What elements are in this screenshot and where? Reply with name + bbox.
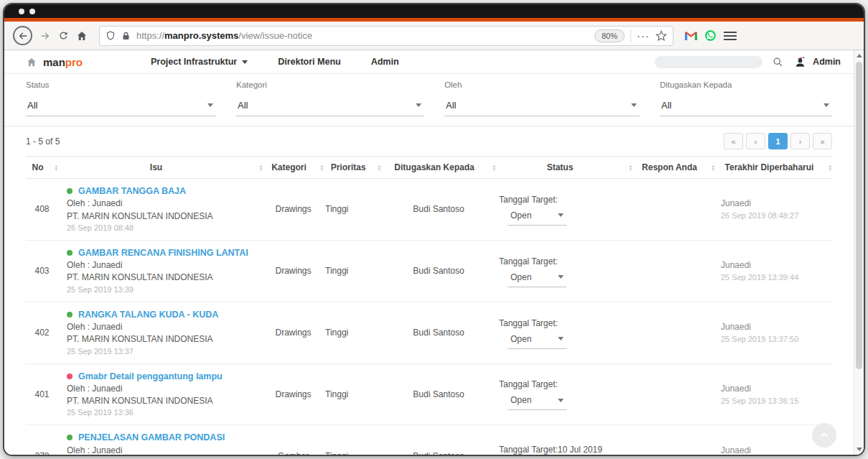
pagination-page-1-button[interactable]: 1 bbox=[768, 133, 788, 149]
status-dropdown-value: Open bbox=[510, 209, 531, 222]
filter-ditugaskan-value: All bbox=[661, 100, 671, 111]
priority-dot-icon bbox=[67, 250, 73, 256]
updated-at: 26 Sep 2019 08:48:27 bbox=[721, 210, 832, 222]
filter-oleh: Oleh All bbox=[444, 80, 640, 116]
issue-cell: GAMBAR TANGGA BAJA Oleh : Junaedi PT. MA… bbox=[58, 185, 263, 234]
bookmark-star-icon[interactable] bbox=[655, 30, 667, 42]
col-header-kategori[interactable]: Kategori▴▾ bbox=[263, 162, 324, 172]
url-bar[interactable]: https://manpro.systems/view/issue-notice… bbox=[99, 26, 673, 46]
titlebar-dot[interactable] bbox=[29, 9, 35, 14]
issue-cell: Gmabr Detail penggantung lampu Oleh : Ju… bbox=[58, 370, 263, 419]
filter-status-select[interactable]: All bbox=[26, 100, 216, 116]
sort-icon[interactable]: ▴▾ bbox=[829, 164, 831, 171]
issue-title-link[interactable]: PENJELASAN GAMBAR PONDASI bbox=[78, 431, 225, 444]
updated-at: 25 Sep 2019 13:39:44 bbox=[721, 272, 832, 284]
status-dropdown[interactable]: Open bbox=[508, 208, 566, 226]
whatsapp-extension-button[interactable] bbox=[704, 29, 717, 42]
user-menu[interactable]: Admin bbox=[793, 55, 841, 68]
prioritas-cell: Tinggi bbox=[324, 389, 381, 399]
col-header-ditugaskan[interactable]: Ditugaskan Kepada▴▾ bbox=[381, 162, 496, 172]
scrollbar-down-arrow-icon[interactable] bbox=[857, 448, 862, 451]
col-header-respon[interactable]: Respon Anda▴▾ bbox=[633, 162, 715, 172]
updated-at: 25 Sep 2019 13:36:15 bbox=[721, 395, 832, 407]
home-button[interactable] bbox=[76, 30, 88, 42]
issue-created-date: 25 Sep 2019 13:37 bbox=[67, 346, 263, 358]
col-header-prioritas[interactable]: Prioritas▴▾ bbox=[324, 162, 381, 172]
filter-ditugaskan-select[interactable]: All bbox=[660, 100, 832, 116]
zoom-level-badge[interactable]: 80% bbox=[594, 29, 625, 42]
nav-admin[interactable]: Admin bbox=[371, 57, 399, 67]
nav-direktori-menu[interactable]: Direktori Menu bbox=[278, 57, 341, 67]
search-icon[interactable] bbox=[773, 57, 783, 68]
issue-title-link[interactable]: Gmabr Detail penggantung lampu bbox=[78, 370, 223, 383]
issue-company: PT. MARIN KONSULTAN INDONESIA bbox=[67, 210, 263, 223]
priority-dot-icon bbox=[67, 188, 73, 194]
sort-icon[interactable]: ▴▾ bbox=[378, 164, 381, 171]
chevron-down-icon bbox=[558, 399, 564, 402]
browser-toolbar: https://manpro.systems/view/issue-notice… bbox=[4, 22, 864, 50]
sort-icon[interactable]: ▴▾ bbox=[493, 164, 495, 171]
col-header-respon-label: Respon Anda bbox=[642, 162, 697, 172]
tanggal-target-label: Tanggal Target: bbox=[499, 255, 633, 268]
app-logo[interactable]: manpro bbox=[26, 56, 83, 68]
user-label: Admin bbox=[813, 57, 841, 67]
terakhir-cell: Junaedi 25 Sep 2019 13:37:50 bbox=[715, 320, 832, 346]
menu-hamburger-button[interactable] bbox=[724, 32, 737, 40]
gmail-extension-button[interactable] bbox=[685, 31, 697, 40]
filter-oleh-label: Oleh bbox=[444, 80, 640, 89]
col-header-isu-label: Isu bbox=[150, 162, 162, 172]
col-header-kategori-label: Kategori bbox=[271, 162, 307, 172]
titlebar-dot[interactable] bbox=[19, 9, 24, 14]
col-header-no[interactable]: No▴▾ bbox=[26, 162, 58, 172]
ditugaskan-cell: Budi Santoso bbox=[381, 451, 496, 456]
sort-icon[interactable]: ▴▾ bbox=[711, 164, 714, 171]
chevron-up-icon bbox=[818, 430, 830, 441]
updated-by: Junaedi bbox=[721, 320, 832, 333]
pagination-last-button[interactable]: » bbox=[813, 133, 832, 149]
reload-button[interactable] bbox=[58, 30, 69, 41]
scroll-to-top-button[interactable] bbox=[812, 423, 836, 448]
issue-title-link[interactable]: RANGKA TALANG KUDA - KUDA bbox=[78, 308, 218, 321]
status-dropdown-value: Open bbox=[510, 333, 531, 346]
back-button[interactable] bbox=[13, 26, 32, 45]
shield-icon[interactable] bbox=[106, 30, 116, 41]
sort-icon[interactable]: ▴▾ bbox=[259, 164, 262, 171]
pagination-next-button[interactable]: › bbox=[790, 133, 810, 149]
ditugaskan-cell: Budi Santoso bbox=[381, 328, 496, 338]
sort-icon[interactable]: ▴▾ bbox=[629, 164, 632, 171]
forward-button[interactable] bbox=[39, 30, 51, 42]
lock-icon[interactable] bbox=[121, 31, 131, 41]
prioritas-cell: Tinggi bbox=[324, 266, 381, 276]
col-header-terakhir-label: Terakhir Diperbaharui bbox=[725, 162, 814, 172]
row-number: 278 bbox=[26, 451, 58, 456]
sort-icon[interactable]: ▴▾ bbox=[320, 164, 323, 171]
nav-project-dropdown[interactable]: Project Infrastruktur bbox=[151, 57, 248, 67]
page-actions-icon[interactable]: ··· bbox=[637, 29, 650, 42]
pagination-prev-button[interactable]: ‹ bbox=[746, 133, 765, 149]
scrollbar-up-arrow-icon[interactable] bbox=[857, 54, 862, 57]
status-cell: Tanggal Target:10 Jul 2019 Close Close bbox=[496, 443, 633, 456]
filter-kategori-select[interactable]: All bbox=[236, 100, 424, 116]
status-dropdown[interactable]: Open bbox=[508, 393, 566, 410]
issue-company: PT. MARIN KONSULTAN INDONESIA bbox=[67, 395, 263, 407]
chevron-down-icon bbox=[558, 275, 564, 279]
table-header-row: No▴▾ Isu▴▾ Kategori▴▾ Prioritas▴▾ Dituga… bbox=[26, 156, 832, 179]
col-header-isu[interactable]: Isu▴▾ bbox=[58, 162, 263, 172]
status-dropdown[interactable]: Open bbox=[508, 332, 566, 349]
scrollbar-thumb[interactable] bbox=[856, 62, 862, 369]
status-dropdown[interactable]: Open bbox=[508, 270, 566, 287]
col-header-status[interactable]: Status▴▾ bbox=[496, 162, 633, 172]
vertical-scrollbar[interactable] bbox=[854, 50, 864, 455]
search-input[interactable] bbox=[655, 56, 762, 68]
issue-author: Oleh : Junaedi bbox=[67, 321, 263, 333]
sort-icon[interactable]: ▴▾ bbox=[55, 164, 57, 171]
table-row: 403 GAMBAR RENCANA FINISHING LANTAI Oleh… bbox=[26, 241, 832, 302]
kategori-cell: Drawings bbox=[263, 266, 324, 276]
chevron-down-icon bbox=[416, 103, 421, 107]
pagination-first-button[interactable]: « bbox=[724, 133, 743, 149]
col-header-terakhir[interactable]: Terakhir Diperbaharui▴▾ bbox=[715, 162, 832, 172]
filter-oleh-select[interactable]: All bbox=[444, 100, 640, 116]
header-right: Admin bbox=[655, 55, 841, 68]
issue-title-link[interactable]: GAMBAR RENCANA FINISHING LANTAI bbox=[78, 246, 248, 259]
issue-title-link[interactable]: GAMBAR TANGGA BAJA bbox=[78, 185, 186, 198]
